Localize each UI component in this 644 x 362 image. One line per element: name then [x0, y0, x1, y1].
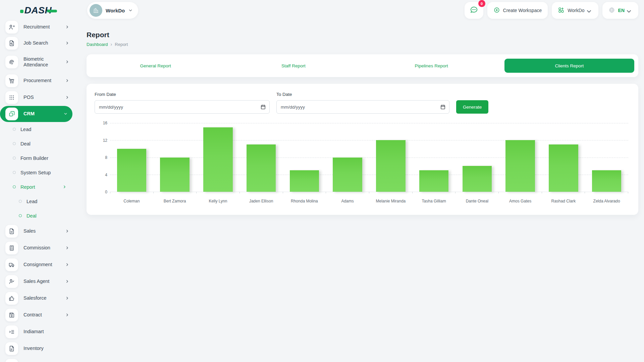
bar-bert-zamora[interactable]	[160, 158, 190, 192]
sidebar-item-system-setup[interactable]: System Setup	[0, 165, 77, 180]
x-tick	[239, 192, 240, 193]
bar-tasha-gilliam[interactable]	[419, 170, 449, 192]
sidebar-item-more[interactable]	[0, 357, 77, 362]
page-title: Report	[87, 31, 638, 39]
from-date-label: From Date	[95, 92, 270, 97]
bar-slot	[412, 123, 455, 192]
x-category-label: Tasha Gilliam	[412, 199, 455, 203]
bar-rhonda-molina[interactable]	[290, 170, 319, 192]
tab-pipelines-report[interactable]: Pipelines Report	[367, 59, 496, 73]
x-category-label: Kelly Lynn	[197, 199, 240, 203]
chevron-right-icon	[65, 41, 70, 46]
y-tick-label: 4	[95, 173, 107, 177]
bullet-icon	[13, 171, 16, 174]
sidebar-item-lead[interactable]: Lead	[0, 194, 77, 208]
sidebar-item-salesforce[interactable]: Salesforce	[0, 290, 77, 307]
y-tick-label: 16	[95, 121, 107, 125]
sidebar-item-indiamart[interactable]: Indiamart	[0, 323, 77, 340]
chart-bars	[110, 123, 628, 192]
sidebar-item-sales[interactable]: Sales	[0, 223, 77, 240]
bullet-icon	[19, 214, 22, 217]
sidebar-item-label: Biometric Attendance	[23, 56, 61, 68]
sidebar-item-commission[interactable]: Commission	[0, 240, 77, 256]
bar-jaden-ellison[interactable]	[247, 144, 276, 192]
messages-button[interactable]: 0	[465, 2, 483, 19]
sidebar-item-inventory[interactable]: Inventory	[0, 340, 77, 357]
bar-rashad-clark[interactable]	[549, 144, 578, 192]
sidebar-item-consignment[interactable]: Consignment	[0, 256, 77, 273]
report-tabs: General ReportStaff ReportPipelines Repo…	[87, 54, 638, 77]
user-check-icon	[5, 275, 18, 288]
chart-x-axis: ColemanBert ZamoraKelly LynnJaden Elliso…	[110, 199, 628, 203]
save-icon	[5, 309, 18, 321]
workspace-selector[interactable]: WorkDo	[87, 2, 138, 19]
logo-dash-icon	[47, 10, 57, 12]
bar-dante-oneal[interactable]	[463, 166, 492, 192]
sidebar-item-recruitment[interactable]: Recruitment	[0, 19, 77, 35]
bar-coleman[interactable]	[117, 149, 147, 192]
breadcrumb-dashboard-link[interactable]: Dashboard	[87, 42, 108, 47]
sidebar-item-sales-agent[interactable]: Sales Agent	[0, 273, 77, 290]
bar-slot	[585, 123, 628, 192]
from-date-field: From Date	[95, 92, 270, 114]
sidebar-item-procurement[interactable]: Procurement	[0, 72, 77, 89]
bar-adams[interactable]	[333, 158, 362, 192]
calendar-icon[interactable]	[260, 104, 266, 110]
x-tick	[369, 192, 369, 193]
to-date-input[interactable]	[276, 100, 449, 114]
sidebar-item-contract[interactable]: Contract	[0, 307, 77, 323]
y-tick-label: 0	[95, 190, 107, 194]
sidebar-item-report[interactable]: Report	[0, 180, 77, 194]
sidebar-item-label: Lead	[20, 127, 31, 132]
chart-plot-area	[110, 123, 628, 192]
chevron-right-icon	[65, 246, 70, 250]
tab-clients-report[interactable]: Clients Report	[504, 59, 634, 73]
sidebar-item-label: Consignment	[23, 262, 52, 267]
sidebar-item-form-builder[interactable]: Form Builder	[0, 151, 77, 165]
top-bar: DASH WorkDo 0	[0, 0, 644, 21]
sidebar-item-deal[interactable]: Deal	[0, 208, 77, 223]
sidebar-item-label: System Setup	[20, 170, 51, 175]
hidden-icon	[5, 359, 18, 362]
chevron-right-icon	[65, 229, 70, 234]
bar-slot	[110, 123, 153, 192]
sidebar-item-pos[interactable]: POS	[0, 89, 77, 106]
sidebar-item-job-search[interactable]: Job Search	[0, 35, 77, 52]
bar-melanie-miranda[interactable]	[376, 140, 406, 192]
workdo-menu-button[interactable]: WorkDo	[552, 2, 598, 19]
tab-general-report[interactable]: General Report	[91, 59, 220, 73]
language-selector[interactable]: EN	[602, 2, 638, 19]
bar-zelda-alvarado[interactable]	[592, 170, 622, 192]
x-tick	[412, 192, 413, 193]
sidebar-item-deal[interactable]: Deal	[0, 136, 77, 151]
x-tick	[196, 192, 197, 193]
sidebar-item-lead[interactable]: Lead	[0, 122, 77, 136]
tab-staff-report[interactable]: Staff Report	[228, 59, 358, 73]
create-workspace-button[interactable]: Create Workspace	[487, 2, 548, 19]
generate-button[interactable]: Generate	[456, 100, 488, 114]
workspace-name: WorkDo	[106, 8, 125, 13]
calculator-icon	[5, 242, 18, 254]
sidebar-item-label: Contract	[23, 312, 42, 318]
x-tick	[628, 192, 628, 193]
from-date-input[interactable]	[95, 100, 270, 114]
tab-slot: Staff Report	[224, 54, 362, 77]
app-logo[interactable]: DASH	[20, 5, 57, 16]
logo-container: DASH	[0, 5, 77, 16]
bar-amos-gates[interactable]	[505, 140, 535, 192]
to-date-field: To Date	[276, 92, 449, 114]
sidebar-item-biometric-attendance[interactable]: Biometric Attendance	[0, 52, 77, 72]
main-content: Report Dashboard › Report General Report…	[77, 21, 644, 215]
x-category-label: Adams	[326, 199, 369, 203]
sidebar-menu: RecruitmentJob SearchBiometric Attendanc…	[0, 21, 77, 362]
sidebar-item-label: Inventory	[23, 346, 44, 351]
x-tick	[542, 192, 542, 193]
bar-kelly-lynn[interactable]	[203, 127, 233, 192]
bullet-icon	[19, 200, 22, 203]
calendar-icon[interactable]	[440, 104, 446, 110]
report-filters: From Date To Date	[95, 92, 630, 114]
sidebar-item-crm[interactable]: CRM	[0, 106, 72, 122]
sidebar-item-label: Deal	[20, 141, 31, 146]
breadcrumb-current: Report	[115, 42, 128, 47]
messages-badge: 0	[478, 0, 485, 7]
